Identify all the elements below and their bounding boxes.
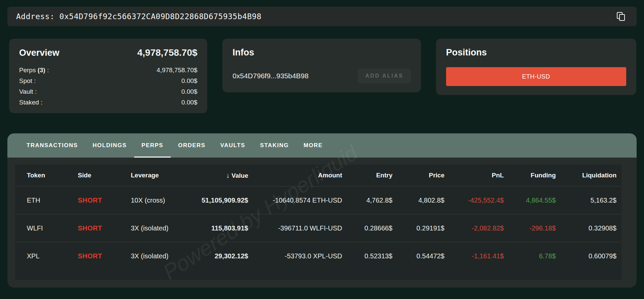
copy-icon xyxy=(617,12,626,21)
col-price[interactable]: Price xyxy=(392,172,444,179)
tab-more[interactable]: MORE xyxy=(296,133,330,158)
perps-table: Token Side Leverage ↓Value Amount Entry … xyxy=(15,165,622,280)
address-text: Address: 0x54D796f92c566372CA09D8D22868D… xyxy=(16,12,262,21)
tab-staking[interactable]: STAKING xyxy=(253,133,296,158)
infos-card: Infos 0x54D796f9...935b4B98 ADD ALIAS xyxy=(222,39,421,92)
value-cell: 51,105,909.92$ xyxy=(188,197,248,204)
amount-cell: -396711.0 WLFI-USD xyxy=(248,224,342,232)
token-cell: WLFI xyxy=(27,224,78,232)
overview-title: Overview xyxy=(19,48,59,58)
funding-cell: 4,864.55$ xyxy=(504,197,556,204)
details-panel: TRANSACTIONS HOLDINGS PERPS ORDERS VAULT… xyxy=(7,133,637,288)
leverage-cell: 10X (cross) xyxy=(131,197,188,204)
sort-desc-icon: ↓ xyxy=(226,172,229,179)
summary-cards: Overview 4,978,758.70$ Perps (3) : 4,978… xyxy=(9,39,636,113)
funding-cell: -296.18$ xyxy=(504,224,556,232)
overview-row-staked: Staked : 0.00$ xyxy=(19,97,197,108)
overview-row-spot: Spot : 0.00$ xyxy=(19,76,197,86)
entry-cell: 4,762.8$ xyxy=(342,197,392,204)
overview-vault-value: 0.00$ xyxy=(181,86,198,97)
overview-staked-value: 0.00$ xyxy=(181,97,198,108)
overview-spot-value: 0.00$ xyxy=(181,76,198,86)
price-cell: 0.54472$ xyxy=(392,252,444,260)
col-amount[interactable]: Amount xyxy=(248,172,342,179)
table-row-xpl[interactable]: XPL SHORT 3X (isolated) 29,302.12$ -5379… xyxy=(15,242,622,270)
funding-cell: 6.78$ xyxy=(504,252,556,260)
token-cell: ETH xyxy=(27,197,78,204)
col-value[interactable]: ↓Value xyxy=(188,172,248,179)
infos-title: Infos xyxy=(232,47,254,57)
entry-cell: 0.52313$ xyxy=(342,252,392,260)
col-entry[interactable]: Entry xyxy=(342,172,392,179)
overview-perps-value: 4,978,758.70$ xyxy=(157,65,198,76)
col-funding[interactable]: Funding xyxy=(504,172,556,179)
tab-orders[interactable]: ORDERS xyxy=(171,133,213,158)
col-token[interactable]: Token xyxy=(27,172,78,179)
price-cell: 0.29191$ xyxy=(392,224,444,232)
leverage-cell: 3X (isolated) xyxy=(131,252,188,260)
tab-vaults[interactable]: VAULTS xyxy=(213,133,253,158)
pnl-cell: -425,552.4$ xyxy=(444,197,504,204)
overview-row-perps: Perps (3) : 4,978,758.70$ xyxy=(19,65,197,76)
pnl-cell: -1,161.41$ xyxy=(444,252,504,260)
overview-row-vault: Vault : 0.00$ xyxy=(19,86,197,97)
address-bar: Address: 0x54D796f92c566372CA09D8D22868D… xyxy=(7,7,637,26)
table-row-wlfi[interactable]: WLFI SHORT 3X (isolated) 115,803.91$ -39… xyxy=(15,214,622,242)
side-cell: SHORT xyxy=(78,252,131,260)
liquidation-cell: 0.60079$ xyxy=(556,252,616,260)
positions-title: Positions xyxy=(446,47,487,57)
token-cell: XPL xyxy=(27,252,78,260)
side-cell: SHORT xyxy=(78,197,131,204)
amount-cell: -53793.0 XPL-USD xyxy=(248,252,342,260)
value-cell: 29,302.12$ xyxy=(188,252,248,260)
col-side[interactable]: Side xyxy=(78,172,131,179)
position-eth-usd-button[interactable]: ETH-USD xyxy=(446,67,626,86)
pnl-cell: -2,082.82$ xyxy=(444,224,504,232)
liquidation-cell: 0.32908$ xyxy=(556,224,616,232)
positions-card: Positions ETH-USD xyxy=(436,39,636,95)
short-address: 0x54D796f9...935b4B98 xyxy=(232,72,309,80)
table-header: Token Side Leverage ↓Value Amount Entry … xyxy=(15,165,622,186)
col-liquidation[interactable]: Liquidation xyxy=(556,172,616,179)
add-alias-button[interactable]: ADD ALIAS xyxy=(358,69,411,83)
liquidation-cell: 5,163.2$ xyxy=(556,197,616,204)
leverage-cell: 3X (isolated) xyxy=(131,224,188,232)
table-row-eth[interactable]: ETH SHORT 10X (cross) 51,105,909.92$ -10… xyxy=(15,186,622,214)
side-cell: SHORT xyxy=(78,224,131,232)
entry-cell: 0.28666$ xyxy=(342,224,392,232)
copy-address-button[interactable] xyxy=(614,10,628,23)
value-cell: 115,803.91$ xyxy=(188,224,248,232)
overview-total-value: 4,978,758.70$ xyxy=(137,47,197,58)
col-leverage[interactable]: Leverage xyxy=(131,172,188,179)
tab-bar: TRANSACTIONS HOLDINGS PERPS ORDERS VAULT… xyxy=(7,133,637,158)
price-cell: 4,802.8$ xyxy=(392,197,444,204)
overview-card: Overview 4,978,758.70$ Perps (3) : 4,978… xyxy=(9,39,207,113)
tab-perps[interactable]: PERPS xyxy=(134,133,171,158)
tab-holdings[interactable]: HOLDINGS xyxy=(85,133,134,158)
amount-cell: -10640.8574 ETH-USD xyxy=(248,197,342,204)
col-pnl[interactable]: PnL xyxy=(444,172,504,179)
tab-transactions[interactable]: TRANSACTIONS xyxy=(19,133,85,158)
